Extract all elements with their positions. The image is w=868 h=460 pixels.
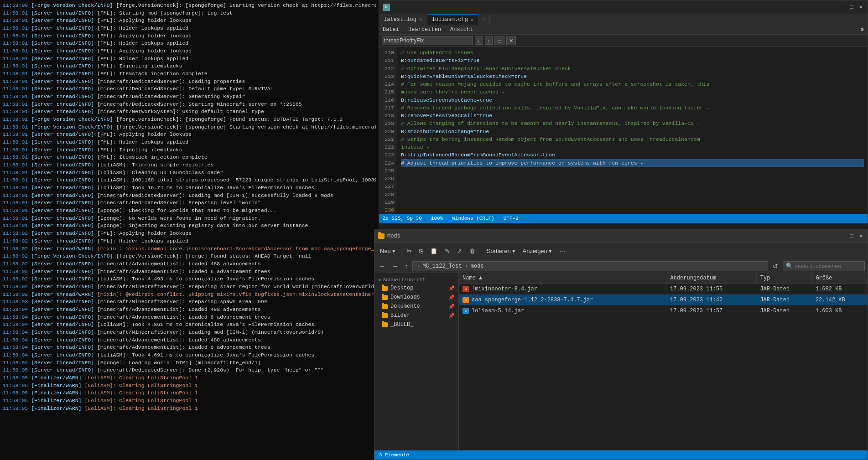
file-date-cell: 17.09.2023 11:57 [666, 305, 756, 316]
file-type-cell: JAR-Datei [756, 284, 812, 295]
path-mods[interactable]: mods [471, 263, 484, 269]
toolbar-more-button[interactable]: ⋯ [556, 246, 568, 256]
line-number: 214 [381, 80, 394, 88]
sidebar-section-label: Schnellzugriff [383, 277, 425, 283]
log-msg: [LoliASM]: Clearing LoliStringPool 1 [84, 390, 198, 396]
explorer-maximize-button[interactable]: □ [848, 233, 855, 239]
editor-zoom-level: 100% [431, 216, 443, 221]
log-line: 11:58:00 [Forge Version Check/INFO] [for… [3, 2, 376, 10]
log-time: 11:58:01 [3, 222, 28, 228]
log-thread: [Server thread/INFO] [31, 48, 94, 54]
tab-latest-log[interactable]: latest.log ✕ [379, 14, 427, 25]
toolbar-paste-button[interactable]: 📋 [427, 246, 440, 256]
code-area[interactable]: # Use updatedrts issues - B:outdatedCaCe… [397, 47, 868, 214]
nav-back-button[interactable]: ← [377, 262, 387, 271]
search-down-button[interactable]: ↓ [475, 36, 483, 45]
explorer-minimize-button[interactable]: ─ [839, 233, 846, 239]
col-size[interactable]: Größe [812, 273, 868, 284]
code-comment: # Strips the boring instanced Random obj… [401, 136, 700, 142]
log-msg: [FML]: Applying holder lookups [97, 33, 192, 39]
code-line: B:stripInstancedRandomFromSoundEventAcce… [401, 151, 864, 159]
sidebar-item-downloads[interactable]: Downloads 📌 [374, 293, 458, 302]
file-name: aaa_spongeforge-1.12.2-2838-7.4.7.jar [472, 297, 593, 303]
sidebar-item-desktop[interactable]: Desktop 📌 [374, 284, 458, 293]
nav-up-button[interactable]: ↑ [403, 262, 410, 271]
toolbar-rename-button[interactable]: ✎ [442, 246, 452, 256]
search-close-button[interactable]: ✕ [506, 36, 516, 45]
editor-search-bar: ↓ ↑ ☰ ✕ [379, 35, 868, 47]
sidebar-item-build[interactable]: _BUILD_ [374, 320, 458, 329]
explorer-close-button[interactable]: ✕ [858, 233, 864, 239]
line-number: 225 [381, 167, 394, 175]
editor-titlebar: N ─ □ ✕ [379, 0, 868, 14]
log-thread: [Server thread/INFO] [31, 10, 94, 16]
toolbar-copy-button[interactable]: ⎘ [416, 246, 426, 256]
nav-refresh-button[interactable]: ↺ [771, 262, 780, 271]
editor-maximize-button[interactable]: □ [848, 4, 855, 10]
file-size-cell: 1.603 KB [812, 305, 868, 316]
code-comment: # Optimizes FluidRegistry::enableUnivers… [401, 66, 577, 72]
search-input[interactable] [382, 36, 473, 45]
log-msg: [FML]: Itemstack injection complete [97, 154, 208, 160]
toolbar-new-button[interactable]: Neu ▾ [377, 246, 398, 256]
toolbar-share-button[interactable]: ↗ [454, 246, 465, 256]
address-bar[interactable]: › MC_1122_Test › mods [412, 261, 768, 271]
tab-add-new[interactable]: + [478, 14, 489, 25]
path-mc-test[interactable]: MC_1122_Test [422, 263, 462, 269]
col-name[interactable]: Name ▲ [459, 273, 666, 284]
log-msg: [mixin]: mixins.common.core.json:scorebo… [97, 246, 376, 252]
search-filter-button[interactable]: ☰ [494, 36, 504, 45]
editor-titlebar-left: N [383, 4, 390, 11]
downloads-folder-icon [382, 295, 388, 300]
tab-latest-log-close[interactable]: ✕ [419, 16, 422, 22]
search-box: 🔍 [783, 261, 865, 271]
log-msg: [Sponge]: No worlds were found in need o… [97, 215, 261, 221]
log-time: 11:58:01 [3, 200, 28, 206]
col-date[interactable]: Änderungsdatum [666, 273, 756, 284]
log-time: 11:58:01 [3, 124, 28, 130]
menu-edit[interactable]: Bearbeiten [406, 26, 443, 33]
log-line: 11:58:04 [Server thread/INFO] [LoliASM]:… [3, 321, 376, 329]
log-thread: [Server thread/INFO] [31, 200, 94, 206]
toolbar-cut-button[interactable]: ✂ [404, 246, 415, 256]
table-row[interactable]: J !mixinbooter-8.4.jar 17.09.2023 11:55 … [459, 284, 868, 295]
log-time: 11:58:01 [3, 207, 28, 213]
log-thread: [Server thread/INFO] [31, 71, 94, 77]
tab-loliasm-cfg[interactable]: loliasm.cfg ✕ [427, 14, 479, 25]
log-thread: [Server thread/INFO] [31, 238, 94, 244]
log-time: 11:58:02 [3, 284, 28, 289]
log-thread: [Server thread/INFO] [31, 306, 94, 312]
log-line: 11:58:01 [Server thread/INFO] [Sponge]: … [3, 222, 376, 230]
log-time: 11:58:01 [3, 48, 28, 54]
search-up-button[interactable]: ↑ [485, 36, 493, 45]
editor-close-button[interactable]: ✕ [858, 4, 864, 10]
search-input[interactable] [795, 263, 858, 269]
table-row[interactable]: J aaa_spongeforge-1.12.2-2838-7.4.7.jar … [459, 295, 868, 305]
log-line: 11:58:01 [Server thread/INFO] [FML]: Hol… [3, 139, 376, 146]
code-key: B:releaseScreenshotCache=true [401, 97, 492, 103]
toolbar-delete-button[interactable]: 🗑 [467, 246, 478, 256]
menu-view[interactable]: Ansicht [448, 26, 475, 33]
toolbar-view-button[interactable]: Anzeigen ▾ [520, 246, 555, 256]
table-row[interactable]: J loliasm-5.14.jar 17.09.2023 11:57 JAR-… [459, 305, 868, 316]
menu-file[interactable]: Datei [381, 26, 401, 33]
editor-settings-icon[interactable]: ⚙ [859, 26, 866, 33]
log-line: 11:58:05 [Finalizer/WARN] [LoliASM]: Cle… [3, 389, 376, 397]
log-thread: [Server thread/INFO] [31, 261, 94, 267]
log-thread: [Server thread/INFO] [31, 192, 94, 198]
sidebar-item-documents[interactable]: Dokumente 📌 [374, 302, 458, 311]
sidebar-item-pictures[interactable]: Bilder 📌 [374, 311, 458, 320]
log-msg: [minecraft/AdvancementList]: Loaded 488 … [97, 337, 261, 343]
log-time: 11:58:04 [3, 337, 28, 343]
sort-button-chevron: ▾ [512, 248, 515, 254]
tab-loliasm-cfg-close[interactable]: ✕ [471, 17, 474, 23]
line-numbers: 2102112122132142152162172182192202212222… [379, 47, 397, 214]
toolbar-sort-button[interactable]: Sortieren ▾ [484, 246, 518, 256]
nav-forward-button[interactable]: → [390, 262, 400, 271]
editor-minimize-button[interactable]: ─ [839, 4, 846, 10]
log-line: 11:58:01 [Server thread/INFO] [FML]: App… [3, 32, 376, 40]
file-size-cell: 22.142 KB [812, 295, 868, 305]
col-type[interactable]: Typ [756, 273, 812, 284]
log-time: 11:58:05 [3, 398, 28, 403]
line-number: 229 [381, 198, 394, 206]
